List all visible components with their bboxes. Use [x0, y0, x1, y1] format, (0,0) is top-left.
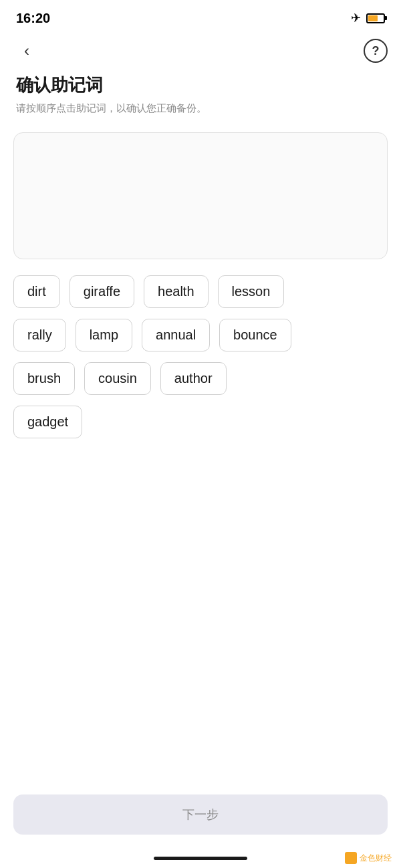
word-row-row1: dirtgiraffehealthlesson	[13, 275, 388, 308]
status-icons: ✈	[351, 11, 385, 25]
airplane-icon: ✈	[351, 11, 361, 25]
page-subtitle: 请按顺序点击助记词，以确认您正确备份。	[16, 101, 385, 116]
word-chip-lesson[interactable]: lesson	[218, 275, 285, 308]
word-chip-author[interactable]: author	[160, 362, 227, 395]
mnemonic-input-area	[13, 132, 388, 259]
help-button[interactable]: ?	[364, 39, 388, 63]
word-chip-lamp[interactable]: lamp	[76, 319, 132, 351]
word-chip-gadget[interactable]: gadget	[13, 406, 82, 438]
back-button[interactable]: ‹	[13, 37, 40, 64]
next-button[interactable]: 下一步	[13, 794, 388, 835]
word-chip-brush[interactable]: brush	[13, 362, 75, 395]
word-row-row2: rallylampannualbounce	[13, 319, 388, 351]
watermark: 金色财经	[345, 852, 392, 864]
word-grid: dirtgiraffehealthlessonrallylampannualbo…	[0, 275, 401, 438]
word-chip-rally[interactable]: rally	[13, 319, 66, 351]
word-chip-health[interactable]: health	[144, 275, 209, 308]
watermark-text: 金色财经	[360, 853, 392, 864]
nav-bar: ‹ ?	[0, 33, 401, 68]
word-chip-dirt[interactable]: dirt	[13, 275, 60, 308]
home-bar	[154, 857, 247, 860]
battery-fill	[368, 15, 378, 21]
page-header: 确认助记词 请按顺序点击助记词，以确认您正确备份。	[0, 68, 401, 127]
word-chip-cousin[interactable]: cousin	[84, 362, 151, 395]
word-chip-annual[interactable]: annual	[142, 319, 210, 351]
word-row-row3: brushcousinauthor	[13, 362, 388, 395]
word-row-row4: gadget	[13, 406, 388, 438]
word-chip-bounce[interactable]: bounce	[219, 319, 291, 351]
next-btn-container: 下一步	[13, 794, 388, 835]
watermark-icon	[345, 852, 357, 864]
battery-icon	[366, 13, 385, 23]
word-chip-giraffe[interactable]: giraffe	[70, 275, 134, 308]
status-time: 16:20	[16, 11, 50, 26]
battery-body	[366, 13, 385, 23]
page-title: 确认助记词	[16, 74, 385, 97]
status-bar: 16:20 ✈	[0, 0, 401, 33]
